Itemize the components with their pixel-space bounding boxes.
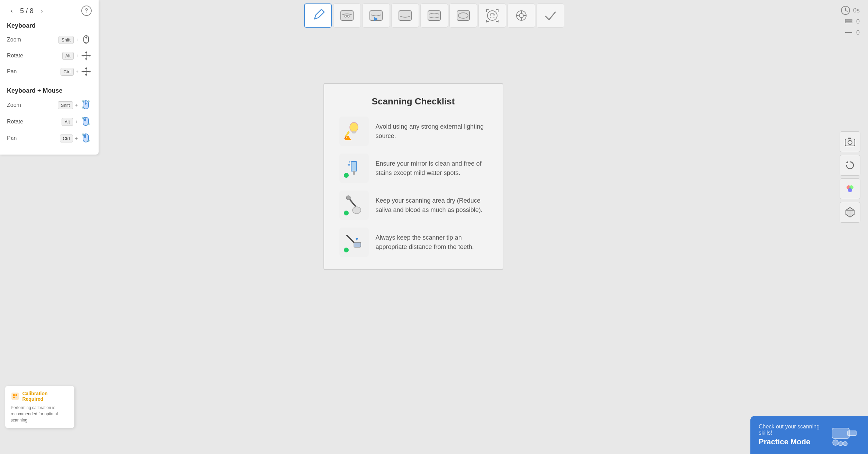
checklist-panel: Scanning Checklist ! <box>323 83 503 270</box>
svg-point-5 <box>347 15 349 17</box>
kb-zoom-key: Shift <box>58 36 74 44</box>
kb-pan-key: Ctrl <box>61 68 74 76</box>
svg-rect-101 <box>16 394 17 396</box>
checklist-text-3: Keep your scanning area dry (Reduce sali… <box>376 196 487 215</box>
kb-rotate-label: Rotate <box>7 53 23 59</box>
nav-prev-button[interactable]: ‹ <box>7 6 17 16</box>
checklist-icon-4 <box>339 228 369 257</box>
toolbar-btn-full-arch[interactable] <box>420 3 448 28</box>
notification-header: Calibration Required <box>11 391 69 402</box>
checklist-text-2: Ensure your mirror is clean and free of … <box>376 159 487 178</box>
minus-icon <box>844 28 853 37</box>
svg-point-77 <box>353 207 361 214</box>
svg-rect-64 <box>352 131 356 133</box>
svg-rect-71 <box>353 171 355 175</box>
svg-point-106 <box>833 440 838 445</box>
notification-panel: Calibration Required Performing calibrat… <box>5 386 74 428</box>
svg-point-74 <box>344 173 349 178</box>
svg-point-63 <box>350 122 358 132</box>
svg-point-14 <box>493 14 495 16</box>
banner-illustration <box>829 419 860 451</box>
toolbar-btn-face-scan[interactable] <box>478 3 506 28</box>
banner-subtitle: Check out your scanning skills! <box>759 424 823 436</box>
svg-point-24 <box>519 13 523 18</box>
svg-point-95 <box>848 188 852 192</box>
clock-icon <box>841 6 850 15</box>
svg-point-90 <box>848 140 852 145</box>
svg-rect-20 <box>486 20 487 22</box>
svg-rect-103 <box>16 397 17 398</box>
kb-rotate-plus: + <box>76 53 79 58</box>
nav-help-button[interactable]: ? <box>81 6 92 16</box>
svg-point-82 <box>344 248 349 252</box>
kb-pan: Pan Ctrl + <box>7 66 92 77</box>
svg-marker-81 <box>356 238 358 241</box>
stat2-value: 0 <box>856 29 860 36</box>
calibration-icon <box>11 392 19 401</box>
kb-pan-plus: + <box>76 69 79 74</box>
toolbar-btn-upper-full[interactable] <box>449 3 477 28</box>
svg-rect-3 <box>341 11 353 20</box>
nav-next-button[interactable]: › <box>37 6 47 16</box>
nav-page: 5 / 8 <box>20 7 34 15</box>
svg-rect-80 <box>354 242 361 247</box>
svg-point-13 <box>490 14 491 16</box>
toolbar-btn-lower-arch-play[interactable] <box>362 3 390 28</box>
notification-body: Performing calibration is recommended fo… <box>11 405 69 423</box>
right-tool-panel <box>840 131 860 223</box>
bottom-banner[interactable]: Check out your scanning skills! Practice… <box>750 416 868 454</box>
checklist-icon-2: ✦ ✦ <box>339 154 369 183</box>
right-stats: 0s 0 0 <box>841 6 860 37</box>
toolbar <box>304 3 564 28</box>
arrows4-icon-pan <box>81 66 92 77</box>
arrows4-icon-rotate <box>81 50 92 61</box>
svg-rect-9 <box>428 11 440 20</box>
checklist-icon-3 <box>339 191 369 220</box>
keyboard-section-title: Keyboard <box>7 22 92 29</box>
toolbar-btn-settings-scan[interactable] <box>508 3 535 28</box>
svg-rect-70 <box>351 161 357 171</box>
svg-point-108 <box>843 442 847 446</box>
svg-marker-39 <box>81 55 83 57</box>
toolbar-btn-checkmark[interactable] <box>537 3 564 28</box>
svg-point-12 <box>487 11 497 20</box>
svg-point-4 <box>345 15 347 17</box>
svg-point-76 <box>346 196 350 200</box>
checklist-item-2: ✦ ✦ Ensure your mirror is clean and free… <box>339 154 487 183</box>
layers-icon <box>844 17 853 26</box>
svg-rect-22 <box>498 20 499 22</box>
time-stat: 0s <box>841 6 860 15</box>
checklist-title: Scanning Checklist <box>339 96 487 107</box>
kb-zoom: Zoom Shift + <box>7 34 92 45</box>
right-tool-color[interactable] <box>840 178 860 199</box>
svg-marker-38 <box>85 58 87 61</box>
right-tool-cube[interactable] <box>840 202 860 223</box>
svg-point-78 <box>344 211 349 215</box>
svg-line-85 <box>846 10 847 11</box>
svg-rect-91 <box>848 138 851 139</box>
checklist-text-4: Always keep the scanner tip an appropria… <box>376 233 487 252</box>
time-value: 0s <box>853 7 860 14</box>
svg-rect-104 <box>832 428 849 438</box>
banner-title: Practice Mode <box>759 437 823 446</box>
stat1-value: 0 <box>856 18 860 25</box>
nav-arrows: ‹ 5 / 8 › <box>7 6 47 16</box>
stat2-row: 0 <box>844 28 860 37</box>
svg-rect-10 <box>457 11 469 20</box>
svg-rect-105 <box>848 431 856 436</box>
svg-text:!: ! <box>347 136 349 140</box>
svg-marker-46 <box>89 71 91 73</box>
svg-rect-100 <box>13 394 15 396</box>
right-tool-refresh[interactable] <box>840 155 860 176</box>
banner-text: Check out your scanning skills! Practice… <box>759 424 823 446</box>
kb-pan-label: Pan <box>7 68 17 75</box>
svg-rect-86 <box>845 19 852 21</box>
svg-marker-43 <box>85 67 87 69</box>
checklist-container: Scanning Checklist ! <box>0 83 826 270</box>
kb-zoom-plus: + <box>76 37 79 43</box>
toolbar-btn-pen[interactable] <box>304 3 332 28</box>
kb-rotate-keys: Alt + <box>62 50 92 61</box>
toolbar-btn-upper-arch[interactable] <box>333 3 361 28</box>
toolbar-btn-lower-arch[interactable] <box>391 3 419 28</box>
right-tool-camera[interactable] <box>840 131 860 152</box>
